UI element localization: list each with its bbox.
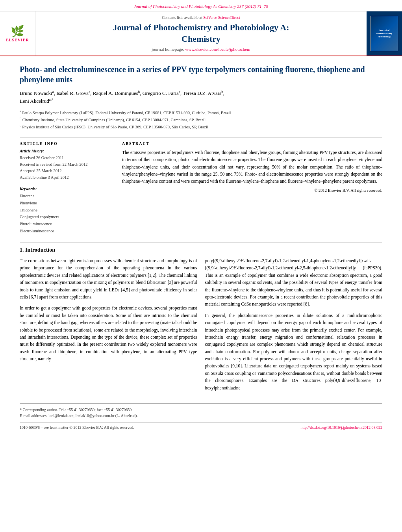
keyword-fluorene: Fluorene <box>20 193 114 200</box>
sciverse-link[interactable]: SciVerse ScienceDirect <box>203 15 240 20</box>
elsevier-logo-area: 🌿 ELSEVIER <box>0 11 35 56</box>
keywords-section: Keywords: Fluorene Phenylene Thiophene C… <box>20 187 114 235</box>
footer-bar: 1010-6030/$ – see front matter © 2012 El… <box>20 423 382 430</box>
journal-cover-thumbnail: Journal of Photochemistry Photobiology <box>371 16 398 51</box>
homepage-url[interactable]: www.elsevier.com/locate/jphotochem <box>185 47 250 52</box>
elsevier-tree-icon: 🌿 <box>6 25 29 38</box>
intro-para-3: poly[(9,9-dihexyl-9H-fluorene-2,7-diyl)-… <box>205 257 383 308</box>
affiliation-b: Chemistry Institute, State University of… <box>22 118 206 122</box>
journal-cover-area: Journal of Photochemistry Photobiology <box>367 11 402 56</box>
keywords-label: Keywords: <box>20 187 114 191</box>
available-date: Available online 3 April 2012 <box>20 174 114 181</box>
section-divider-2 <box>20 243 382 243</box>
keyword-phenylene: Phenylene <box>20 200 114 207</box>
keyword-conjugated: Conjugated copolymers <box>20 213 114 221</box>
introduction-title: 1. Introduction <box>20 247 382 253</box>
issn-text: 1010-6030/$ – see front matter © 2012 El… <box>20 425 134 430</box>
page: Journal of Photochemistry and Photobiolo… <box>0 0 402 532</box>
elsevier-text: ELSEVIER <box>6 38 29 42</box>
journal-homepage: journal homepage: www.elsevier.com/locat… <box>43 47 359 52</box>
received-date: Received 26 October 2011 <box>20 155 114 161</box>
keyword-electroluminescence: Electroluminescence <box>20 228 114 235</box>
cover-line1: Journal of <box>379 29 390 32</box>
article-info-column: ARTICLE INFO Article history: Received 2… <box>20 141 114 235</box>
email-note: E-mail addresses: leni@leniak.net, lenia… <box>20 413 382 419</box>
revised-date: Received in revised form 22 March 2012 <box>20 161 114 168</box>
info-abstract-columns: ARTICLE INFO Article history: Received 2… <box>20 141 382 235</box>
section-divider-1 <box>20 137 382 137</box>
body-col-left: The correlations between light emission … <box>20 257 197 395</box>
article-history-label: Article history: <box>20 149 114 153</box>
copyright-line: © 2012 Elsevier B.V. All rights reserved… <box>122 188 382 193</box>
corresponding-note: * Corresponding author. Tel.: +55 41 302… <box>20 407 382 413</box>
footer-section: * Corresponding author. Tel.: +55 41 302… <box>20 403 382 430</box>
sciverse-line: Contents lists available at SciVerse Sci… <box>43 15 359 20</box>
journal-reference: Journal of Photochemistry and Photobiolo… <box>134 4 268 9</box>
cover-line2: Photochemistry <box>376 32 392 35</box>
sciverse-prefix: Contents lists available at <box>162 15 202 20</box>
accepted-date: Accepted 25 March 2012 <box>20 168 114 174</box>
intro-para-1: The correlations between light emission … <box>20 257 197 300</box>
intro-para-2: In order to get a copolymer with good pr… <box>20 304 197 362</box>
affiliations: a Paulo Scarpa Polymer Laboratory (LaPPS… <box>20 109 382 131</box>
journal-title-line1: Journal of Photochemistry and Photobiolo… <box>113 22 289 32</box>
journal-title-line2: Chemistry <box>182 34 220 44</box>
article-info-header: ARTICLE INFO <box>20 141 114 146</box>
top-banner: Journal of Photochemistry and Photobiolo… <box>0 0 402 11</box>
affiliation-c: Physics Institute of São Carlos (IFSC), … <box>22 125 208 129</box>
abstract-text: The emissive properties of terpolymers w… <box>122 149 382 185</box>
journal-main-title: Journal of Photochemistry and Photobiolo… <box>43 22 359 44</box>
keyword-thiophene: Thiophene <box>20 207 114 214</box>
header-section: 🌿 ELSEVIER Contents lists available at S… <box>0 11 402 56</box>
introduction-section: 1. Introduction The correlations between… <box>20 247 382 395</box>
doi-link[interactable]: http://dx.doi.org/10.1016/j.jphotochem.2… <box>300 425 382 430</box>
affiliation-a: Paulo Scarpa Polymer Laboratory (LaPPS),… <box>22 110 231 115</box>
homepage-text: journal homepage: <box>152 47 184 52</box>
abstract-header: ABSTRACT <box>122 141 382 146</box>
header-center: Contents lists available at SciVerse Sci… <box>35 11 367 56</box>
article-title: Photo- and electroluminescence in a seri… <box>20 64 382 85</box>
keyword-photoluminescence: Photoluminescence <box>20 221 114 228</box>
elsevier-logo: 🌿 ELSEVIER <box>6 25 29 42</box>
intro-para-4: In general, the photoluminescence proper… <box>205 312 383 391</box>
main-content: Photo- and electroluminescence in a seri… <box>0 56 402 441</box>
cover-line3: Photobiology <box>378 35 391 38</box>
abstract-column: ABSTRACT The emissive properties of terp… <box>122 141 382 235</box>
authors: Bruno Nowackia, Isabel R. Grovaa, Raquel… <box>20 89 382 105</box>
body-columns: The correlations between light emission … <box>20 257 382 395</box>
body-col-right: poly[(9,9-dihexyl-9H-fluorene-2,7-diyl)-… <box>205 257 383 395</box>
